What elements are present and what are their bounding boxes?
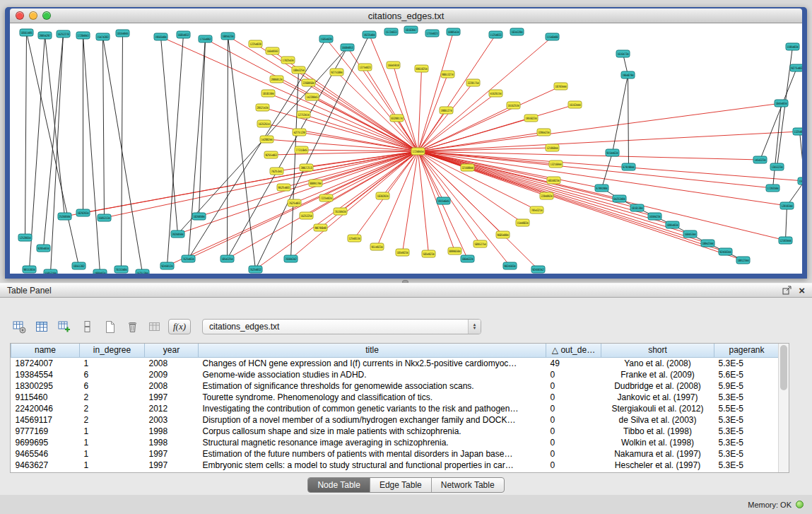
column-header-in_degree[interactable]: in_degree	[80, 344, 145, 357]
graph-node[interactable]: 12520654	[18, 234, 32, 241]
table-row[interactable]: 911546021997Tourette syndrome. Phenomeno…	[11, 392, 779, 403]
graph-edge[interactable]	[189, 39, 206, 259]
graph-node[interactable]: 17284043	[76, 32, 90, 39]
graph-node[interactable]: 18454034	[775, 100, 788, 107]
graph-node[interactable]: 9525403	[277, 184, 290, 191]
table-row[interactable]: 946554611997Estimation of the future num…	[11, 448, 779, 460]
zoom-window-icon[interactable]	[42, 11, 51, 20]
graph-edge[interactable]	[628, 75, 629, 167]
graph-node[interactable]: 88091704	[309, 180, 322, 187]
graph-node[interactable]: 9255403	[264, 151, 278, 158]
show-columns-icon[interactable]	[33, 317, 51, 336]
table-scrollbar[interactable]	[778, 344, 789, 472]
graph-node[interactable]: 20260504	[171, 230, 184, 238]
graph-node[interactable]: 15440834	[516, 219, 529, 226]
delete-table-icon[interactable]	[123, 317, 141, 336]
graph-node[interactable]: 16252278	[57, 30, 70, 37]
function-builder-button[interactable]: f(x)	[168, 319, 191, 334]
table-row[interactable]: 1872400712008Changes of HCN gene express…	[11, 357, 779, 369]
new-table-icon[interactable]	[100, 317, 119, 336]
graph-node[interactable]: 12010344	[780, 202, 794, 209]
graph-node[interactable]: 7625341	[270, 168, 283, 175]
graph-node[interactable]: 16504234	[648, 213, 661, 220]
graph-node[interactable]: 18302024	[376, 192, 389, 199]
table-row[interactable]: 977716911998Corpus callosum shape and si…	[11, 426, 779, 437]
graph-node[interactable]: 15854020	[319, 35, 333, 42]
graph-edge[interactable]	[25, 33, 27, 238]
graph-node[interactable]: 92751804	[330, 69, 343, 76]
graph-node[interactable]: 17554023	[425, 30, 439, 37]
graph-node[interactable]: 70543214	[530, 206, 543, 214]
graph-node[interactable]: 80996504	[448, 247, 461, 255]
graph-node[interactable]: 14280244	[260, 136, 273, 143]
graph-edge[interactable]	[418, 32, 454, 151]
graph-node[interactable]: 18549234	[396, 249, 409, 256]
graph-node[interactable]: 20054297	[38, 32, 52, 39]
graph-edge[interactable]	[199, 39, 206, 216]
table-row[interactable]: 1456911722003Disruption of a novel membe…	[11, 414, 779, 426]
graph-node[interactable]: 18056234	[221, 33, 235, 40]
graph-node[interactable]: 16162534	[507, 102, 520, 109]
graph-node[interactable]: 12103444	[779, 237, 792, 244]
graph-node[interactable]: 72254024	[319, 194, 333, 201]
graph-node[interactable]: 16640593	[266, 47, 279, 54]
graph-node[interactable]: 95149234	[370, 243, 384, 250]
graph-node[interactable]: 12254039	[249, 40, 262, 47]
graph-node[interactable]: 13754023	[358, 64, 372, 71]
tab-edge-table[interactable]: Edge Table	[370, 478, 431, 492]
graph-edge[interactable]	[418, 105, 514, 151]
graph-node[interactable]: 18164045	[116, 30, 129, 37]
graph-node[interactable]: 19861274	[440, 107, 453, 114]
graph-node[interactable]: 83200174	[390, 115, 404, 122]
graph-node[interactable]: 76254034	[182, 255, 195, 262]
graph-node[interactable]: 13653234	[770, 163, 784, 170]
graph-edge[interactable]	[83, 35, 100, 273]
graph-node[interactable]: 11254033	[489, 31, 502, 38]
graph-node[interactable]: 16352614	[257, 120, 271, 127]
graph-node[interactable]: 17240454	[411, 148, 425, 155]
graph-node[interactable]: 92450342	[531, 266, 545, 273]
graph-node[interactable]: 98613274	[441, 71, 454, 78]
graph-node[interactable]: 18043254	[292, 66, 305, 74]
graph-node[interactable]: 18561302	[72, 262, 86, 269]
tab-node-table[interactable]: Node Table	[308, 478, 370, 492]
graph-node[interactable]: 9275403	[790, 64, 802, 71]
graph-edge[interactable]	[337, 72, 418, 151]
graph-node[interactable]: 16854032	[177, 31, 190, 38]
graph-node[interactable]: 18181304	[630, 204, 644, 211]
graph-node[interactable]: 67991904	[595, 185, 608, 192]
graph-node[interactable]: 67919044	[622, 163, 635, 170]
graph-node[interactable]: 18260504	[192, 213, 206, 220]
graph-edge[interactable]	[228, 36, 228, 259]
graph-edge[interactable]	[83, 151, 418, 213]
network-canvas[interactable]: 1856140520054297162522781728404315474303…	[10, 23, 802, 274]
column-header-out_de[interactable]: △ out_de…	[546, 344, 601, 357]
window-titlebar[interactable]: citations_edges.txt	[10, 8, 802, 23]
table-row[interactable]: 1830029562008Estimation of significance …	[11, 380, 779, 392]
graph-node[interactable]: 22680584	[302, 79, 315, 86]
graph-node[interactable]: 69610254	[415, 65, 428, 72]
graph-node[interactable]: 58953754	[473, 240, 487, 247]
import-table-icon[interactable]	[146, 317, 164, 336]
graph-node[interactable]: 12106044	[546, 144, 559, 151]
minimize-window-icon[interactable]	[29, 11, 37, 20]
graph-node[interactable]: 18292034	[76, 209, 90, 216]
graph-node[interactable]: 18543254	[220, 255, 234, 262]
graph-node[interactable]: 55053104	[44, 269, 57, 274]
graph-edge[interactable]	[228, 151, 418, 259]
graph-node[interactable]: 92450124	[160, 262, 174, 269]
graph-node[interactable]: 11548408	[546, 33, 559, 40]
graph-node[interactable]: 17203504	[766, 185, 779, 192]
graph-node[interactable]: 18561405	[20, 29, 33, 36]
graph-node[interactable]: 18181504	[261, 90, 275, 97]
graph-node[interactable]: 16163444	[568, 101, 582, 108]
graph-node[interactable]: 19558234	[524, 115, 538, 122]
graph-node[interactable]: 16905434	[447, 28, 460, 35]
graph-node[interactable]: 48160234	[547, 177, 560, 184]
graph-node[interactable]: 64253404	[613, 195, 626, 202]
graph-node[interactable]: 9079840	[314, 224, 327, 231]
table-row[interactable]: 969969511998Structural magnetic resonanc…	[11, 437, 779, 448]
graph-edge[interactable]	[786, 206, 787, 240]
graph-node[interactable]: 32160044	[461, 164, 474, 171]
graph-node[interactable]: 18646324	[461, 255, 474, 262]
